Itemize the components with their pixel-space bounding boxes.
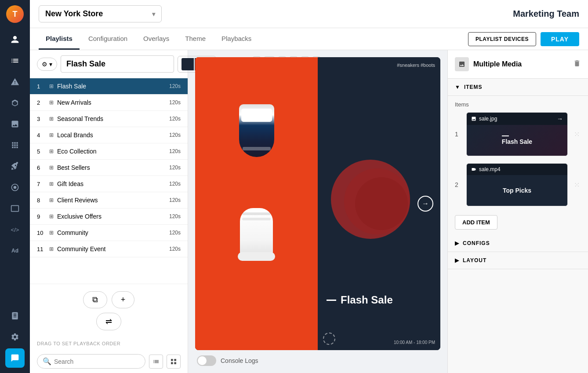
media-card-1[interactable]: sale.jpg → Flash Sale: [466, 112, 568, 156]
playlist-item[interactable]: 2 ⊞ New Arrivals 120s: [30, 95, 188, 111]
search-input[interactable]: [54, 358, 140, 365]
add-playlist-button[interactable]: +: [112, 291, 135, 308]
delete-media-button[interactable]: [573, 59, 581, 69]
grid-icon: ⊞: [49, 246, 54, 252]
playlist-item[interactable]: 6 ⊞ Best Sellers 120s: [30, 160, 188, 176]
grid-icon: ⊞: [49, 230, 54, 236]
grid-icon: ⊞: [49, 181, 54, 187]
playlist-item[interactable]: 11 ⊞ Community Event 120s: [30, 241, 188, 257]
grid-icon: ⊞: [49, 116, 54, 122]
sidebar-item-list[interactable]: [5, 51, 25, 70]
tab-playbacks[interactable]: Playbacks: [214, 29, 258, 50]
grid-icon: ⊞: [49, 99, 54, 106]
playlist-item[interactable]: 1 ⊞ Flash Sale 120s: [30, 78, 188, 95]
duplicate-playlist-button[interactable]: ⧉: [83, 291, 107, 308]
preview-time: 10:00 AM - 18:00 PM: [394, 340, 435, 345]
list-view-button[interactable]: [149, 355, 163, 369]
playlist-devices-button[interactable]: PLAYLIST DEVICES: [468, 32, 536, 46]
media-card-header: sale.jpg →: [467, 113, 567, 125]
console-logs-toggle[interactable]: [197, 355, 216, 366]
grid-icon: ⊞: [49, 197, 54, 203]
play-button[interactable]: PLAY: [541, 32, 579, 46]
right-panel-title: Multiple Media: [473, 60, 569, 68]
playlist-list: 1 ⊞ Flash Sale 120s 2 ⊞ New Arrivals 120…: [30, 78, 188, 284]
playlist-item[interactable]: 3 ⊞ Seasonal Trends 120s: [30, 111, 188, 127]
playlist-panel: ⚙ ▾ ▾ 120s ▾ Ad ▾: [30, 50, 188, 373]
header: New York Store ▾ Marketing Team: [30, 0, 588, 28]
items-section-header[interactable]: ▼ ITEMS: [448, 79, 588, 96]
sidebar-item-settings[interactable]: [5, 327, 25, 347]
media-card-body-2: Top Picks: [467, 175, 567, 206]
playlist-item[interactable]: 9 ⊞ Exclusive Offers 120s: [30, 208, 188, 225]
preview-left: [195, 57, 318, 350]
sidebar-item-user[interactable]: [5, 30, 25, 49]
file-name-2: sale.mp4: [479, 166, 501, 172]
configs-section-label: CONFIGS: [463, 240, 490, 246]
search-input-wrap[interactable]: 🔍: [37, 354, 145, 369]
grid-icon: ⊞: [49, 148, 54, 154]
playlist-item[interactable]: 4 ⊞ Local Brands 120s: [30, 127, 188, 143]
sidebar-item-book[interactable]: [5, 306, 25, 325]
grid-view-button[interactable]: [167, 355, 181, 369]
playlist-item[interactable]: 7 ⊞ Gift Ideas 120s: [30, 176, 188, 192]
right-panel-header: Multiple Media: [448, 50, 588, 79]
chevron-down-icon: ▾: [152, 11, 155, 18]
layout-section-label: LAYOUT: [463, 257, 486, 263]
console-logs-label: Console Logs: [221, 357, 258, 364]
avatar[interactable]: T: [6, 5, 24, 23]
tab-overlays[interactable]: Overlays: [136, 29, 176, 50]
tab-theme[interactable]: Theme: [178, 29, 213, 50]
team-name: Marketing Team: [513, 9, 579, 19]
add-item-button[interactable]: ADD ITEM: [455, 215, 497, 230]
layout-section-header[interactable]: ▶ LAYOUT: [448, 252, 588, 269]
gear-icon: ⚙: [42, 61, 47, 68]
sidebar-item-box[interactable]: [5, 93, 25, 113]
nav-arrow-button[interactable]: →: [417, 196, 433, 212]
sidebar-item-rocket[interactable]: [5, 157, 25, 176]
media-card-2[interactable]: sale.mp4 Top Picks: [466, 163, 568, 206]
chevron-down-icon: ▼: [455, 84, 461, 90]
copy-icon: ⧉: [92, 295, 98, 304]
items-section-body: Items 1 sale.jpg → Flash Sale: [448, 96, 588, 235]
right-panel: Multiple Media ▼ ITEMS Items 1: [447, 50, 588, 373]
grid-icon: ⊞: [49, 83, 54, 89]
playlist-item[interactable]: 8 ⊞ Client Reviews 120s: [30, 192, 188, 208]
chevron-down-icon: ▾: [49, 61, 52, 68]
arrow-icon: →: [557, 115, 563, 122]
tab-configuration[interactable]: Configuration: [81, 29, 134, 50]
toggle-knob: [198, 356, 207, 365]
store-selector[interactable]: New York Store ▾: [39, 5, 162, 22]
tabs-bar: Playlists Configuration Overlays Theme P…: [30, 28, 588, 50]
drag-handle-2[interactable]: ⁙: [572, 180, 581, 189]
sidebar-item-code[interactable]: </>: [5, 220, 25, 239]
sidebar-item-monitor[interactable]: [5, 199, 25, 218]
items-section-label: ITEMS: [464, 84, 483, 90]
preview-timer: [323, 333, 335, 345]
sidebar-item-warning[interactable]: [5, 72, 25, 91]
playlist-settings-button[interactable]: ⚙ ▾: [37, 58, 57, 71]
preview-area: #sneakers #boots Flash Sale →: [188, 50, 447, 373]
chevron-right-icon: ▶: [455, 257, 459, 263]
playlist-name-input[interactable]: [61, 55, 174, 73]
sidebar-item-target[interactable]: [5, 178, 25, 197]
tab-playlists[interactable]: Playlists: [39, 29, 80, 50]
configs-section-header[interactable]: ▶ CONFIGS: [448, 235, 588, 252]
playlist-actions: ⧉ + ⇌: [30, 284, 188, 337]
sidebar-item-apps[interactable]: [5, 135, 25, 155]
media-item: 2 sale.mp4 Top Picks ⁙: [455, 163, 581, 206]
media-card-header-2: sale.mp4: [467, 164, 567, 175]
sidebar-item-image[interactable]: [5, 114, 25, 134]
shuffle-button[interactable]: ⇌: [96, 313, 121, 330]
preview-frame: #sneakers #boots Flash Sale →: [195, 57, 440, 350]
sidebar-item-ad[interactable]: Ad: [5, 241, 25, 260]
drag-handle-1[interactable]: ⁙: [572, 130, 581, 139]
playlist-item[interactable]: 10 ⊞ Community 120s: [30, 225, 188, 241]
preview-right: #sneakers #boots Flash Sale →: [318, 57, 440, 350]
media-item: 1 sale.jpg → Flash Sale: [455, 112, 581, 156]
grid-icon: ⊞: [49, 132, 54, 138]
shuffle-icon: ⇌: [105, 317, 112, 326]
playlist-item[interactable]: 5 ⊞ Eco Collection 120s: [30, 143, 188, 160]
sidebar-item-chat[interactable]: [5, 348, 25, 368]
store-name: New York Store: [45, 9, 103, 18]
add-icon: +: [121, 295, 126, 304]
